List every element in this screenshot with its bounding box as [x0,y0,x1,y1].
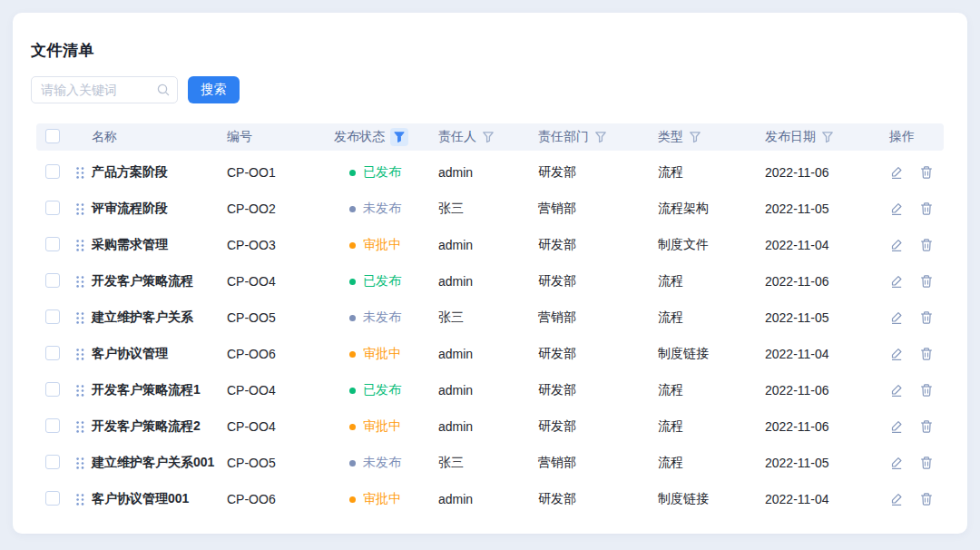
filter-icon-status-active[interactable] [390,128,408,146]
delete-button[interactable] [919,419,934,434]
header-checkbox-cell [36,129,73,146]
select-all-checkbox[interactable] [45,129,60,143]
row-checkbox[interactable] [45,309,60,324]
row-checkbox[interactable] [45,346,60,360]
table-row: 采购需求管理 CP-OO3 审批中 admin 研发部 制度文件 2022-11… [36,227,944,263]
file-name: 采购需求管理 [92,237,168,253]
file-name: 建立维护客户关系001 [92,455,214,471]
row-checkbox[interactable] [45,164,60,179]
file-name: 开发客户策略流程1 [92,382,201,398]
file-name: 客户协议管理 [92,346,168,362]
status-cell: 已发布 [334,164,438,181]
department: 研发部 [538,382,658,398]
table-row: 客户协议管理001 CP-OO6 审批中 admin 研发部 制度链接 2022… [36,481,944,517]
column-header-name: 名称 [73,129,227,145]
drag-handle-icon[interactable] [76,494,84,506]
department: 研发部 [538,346,658,362]
publish-date: 2022-11-05 [765,310,889,325]
drag-handle-icon[interactable] [76,276,84,288]
drag-handle-icon[interactable] [76,240,84,251]
row-checkbox[interactable] [45,382,60,397]
edit-button[interactable] [889,201,904,216]
file-name: 产品方案阶段 [92,164,168,181]
file-code: CP-OO6 [227,347,334,361]
delete-button[interactable] [919,492,934,506]
delete-button[interactable] [919,310,934,325]
delete-button[interactable] [919,274,934,289]
edit-button[interactable] [889,456,904,470]
status-dot-icon [349,424,356,430]
publish-date: 2022-11-06 [765,383,889,398]
delete-button[interactable] [919,383,934,398]
file-type: 流程 [658,273,765,290]
status-cell: 审批中 [334,346,438,362]
row-checkbox[interactable] [45,237,60,251]
row-checkbox[interactable] [45,201,60,215]
status-dot-icon [349,460,356,467]
table-row: 评审流程阶段 CP-OO2 未发布 张三 营销部 流程架构 2022-11-05 [36,191,944,227]
department: 研发部 [538,164,658,181]
drag-handle-icon[interactable] [76,349,84,360]
delete-button[interactable] [919,238,934,252]
edit-button[interactable] [889,419,904,434]
edit-button[interactable] [889,492,904,506]
column-header-date: 发布日期 [765,129,889,145]
table-row: 建立维护客户关系001 CP-OO5 未发布 张三 营销部 流程 2022-11… [36,445,944,481]
delete-button[interactable] [919,165,934,180]
status-label: 已发布 [363,382,401,398]
drag-handle-icon[interactable] [76,457,84,469]
file-type: 制度链接 [658,491,765,507]
status-label: 审批中 [363,346,401,362]
status-dot-icon [349,170,356,176]
table-row: 开发客户策略流程 CP-OO4 已发布 admin 研发部 流程 2022-11… [36,263,944,300]
drag-handle-icon[interactable] [76,421,84,433]
filter-icon-owner[interactable] [482,131,495,143]
drag-handle-icon[interactable] [76,203,84,215]
publish-date: 2022-11-05 [765,201,889,216]
delete-button[interactable] [919,347,934,361]
status-dot-icon [349,315,356,321]
department: 研发部 [538,273,658,290]
row-checkbox[interactable] [45,273,60,288]
file-code: CP-OO6 [227,492,334,506]
delete-button[interactable] [919,201,934,216]
status-cell: 审批中 [334,491,438,507]
row-checkbox[interactable] [45,418,60,433]
table-row: 开发客户策略流程2 CP-OO4 审批中 admin 研发部 流程 2022-1… [36,408,944,445]
department: 研发部 [538,491,658,507]
edit-button[interactable] [889,165,904,180]
status-cell: 未发布 [334,309,438,326]
filter-icon-type[interactable] [689,131,701,143]
status-cell: 审批中 [334,237,438,253]
search-row: 搜索 [31,76,949,103]
owner: admin [438,492,538,506]
drag-handle-icon[interactable] [76,312,84,324]
edit-button[interactable] [889,310,904,325]
search-button[interactable]: 搜索 [188,76,240,103]
column-header-status: 发布状态 [334,128,438,146]
publish-date: 2022-11-06 [765,165,889,180]
file-name: 开发客户策略流程2 [92,418,201,435]
status-dot-icon [349,279,356,285]
file-code: CP-OO1 [227,165,334,180]
file-code: CP-OO5 [227,456,334,470]
search-box [31,76,178,103]
status-label: 审批中 [363,418,401,435]
row-checkbox[interactable] [45,455,60,469]
filter-icon-dept[interactable] [594,131,607,143]
status-cell: 审批中 [334,418,438,435]
delete-button[interactable] [919,456,934,470]
table-row: 客户协议管理 CP-OO6 审批中 admin 研发部 制度链接 2022-11… [36,336,944,372]
status-label: 未发布 [363,455,401,471]
drag-handle-icon[interactable] [76,167,84,179]
drag-handle-icon[interactable] [76,385,84,397]
edit-button[interactable] [889,383,904,398]
column-header-code: 编号 [227,129,334,145]
file-code: CP-OO4 [227,419,334,434]
filter-icon-date[interactable] [821,131,834,143]
file-type: 流程 [658,418,765,435]
row-checkbox[interactable] [45,491,60,506]
edit-button[interactable] [889,238,904,252]
edit-button[interactable] [889,347,904,361]
edit-button[interactable] [889,274,904,289]
